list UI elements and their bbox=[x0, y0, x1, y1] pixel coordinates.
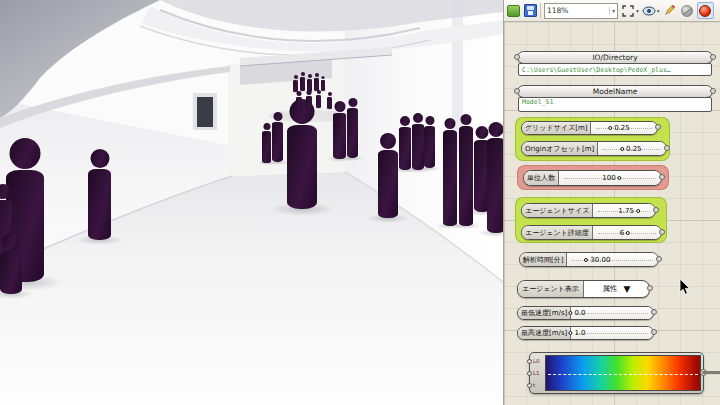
input-port[interactable] bbox=[514, 88, 520, 94]
agent-body bbox=[0, 252, 22, 294]
slider-min-speed[interactable]: 最低速度[m/s] 0.0 bbox=[517, 306, 654, 320]
agent-body bbox=[424, 126, 435, 168]
save-file-icon[interactable] bbox=[523, 4, 537, 18]
agent-head bbox=[334, 101, 345, 112]
chevron-down-icon[interactable]: ▾ bbox=[636, 8, 639, 14]
slider-track[interactable]: 0.25 bbox=[591, 122, 657, 134]
gradient-inputs: L0 L1 t bbox=[530, 353, 543, 393]
grasshopper-canvas[interactable]: 118% ▾ ▾ ▾ IO/Directory bbox=[503, 0, 720, 405]
slider-knob[interactable] bbox=[568, 311, 572, 315]
agent-head bbox=[297, 91, 302, 96]
agent-figure bbox=[316, 90, 321, 108]
gradient-bar[interactable] bbox=[545, 355, 701, 391]
preview-eye-icon[interactable] bbox=[642, 4, 656, 18]
slider-value: 100 bbox=[602, 174, 615, 182]
slider-unit-people[interactable]: 単位人数 100 bbox=[523, 170, 662, 186]
agent-head bbox=[322, 76, 325, 79]
agent-figure bbox=[347, 98, 358, 158]
slider-track[interactable]: 0.0 bbox=[571, 307, 653, 319]
output-port[interactable] bbox=[664, 145, 670, 151]
agent-display-dropdown[interactable]: エージェント表示 属性 ▼ bbox=[517, 280, 650, 298]
slider-knob[interactable] bbox=[618, 176, 622, 180]
output-port[interactable] bbox=[653, 207, 659, 213]
slider-track[interactable]: 30.00 bbox=[567, 253, 658, 266]
rhino-viewport[interactable] bbox=[0, 0, 503, 405]
input-port[interactable] bbox=[527, 371, 532, 376]
slider-track[interactable]: 1.0 bbox=[571, 327, 653, 339]
agent-body bbox=[333, 113, 346, 159]
slider-label: エージェント詳細度 bbox=[522, 226, 593, 239]
chevron-down-icon[interactable]: ▾ bbox=[657, 8, 660, 14]
slider-agent-size[interactable]: エージェントサイズ 1.75 bbox=[521, 203, 656, 218]
agent-figure bbox=[321, 76, 325, 91]
chevron-down-icon[interactable]: ▾ bbox=[609, 7, 615, 14]
output-port[interactable] bbox=[655, 124, 661, 130]
dropdown-selected-value[interactable]: 属性 ▼ bbox=[584, 281, 649, 297]
model-name-panel-value[interactable]: Model_S1 bbox=[518, 97, 712, 112]
slider-knob[interactable] bbox=[584, 258, 588, 262]
output-port[interactable] bbox=[651, 309, 657, 315]
agent-figure bbox=[399, 116, 411, 170]
output-port[interactable] bbox=[647, 285, 653, 291]
agent-figure bbox=[293, 75, 298, 92]
agent-body bbox=[347, 108, 358, 158]
agent-body bbox=[262, 131, 271, 163]
zoom-level-combo[interactable]: 118% ▾ bbox=[544, 3, 618, 19]
sketch-pencil-icon[interactable] bbox=[663, 4, 677, 18]
agent-body bbox=[412, 124, 424, 170]
slider-value: 0.0 bbox=[574, 309, 585, 317]
gradient-component[interactable]: L0 L1 t bbox=[529, 352, 704, 394]
slider-label: 解析時間[分] bbox=[520, 253, 567, 266]
slider-label: 単位人数 bbox=[524, 171, 559, 185]
slider-origin-offset[interactable]: Originオフセット[m] 0.25 bbox=[521, 141, 667, 156]
agent-figure bbox=[487, 122, 503, 233]
slider-track[interactable]: 6 bbox=[593, 226, 661, 239]
zoom-extents-icon[interactable] bbox=[621, 4, 635, 18]
agent-body bbox=[316, 95, 321, 108]
agent-figure bbox=[306, 90, 312, 111]
slider-analysis-time[interactable]: 解析時間[分] 30.00 bbox=[519, 252, 659, 267]
dropdown-arrow-icon[interactable]: ▼ bbox=[623, 284, 630, 294]
slider-knob[interactable] bbox=[636, 209, 640, 213]
slider-value: 0.25 bbox=[614, 124, 630, 132]
slider-max-speed[interactable]: 最高速度[m/s] 1.0 bbox=[517, 326, 654, 340]
open-file-icon[interactable] bbox=[506, 4, 520, 18]
agent-head bbox=[273, 112, 282, 121]
slider-label: 最低速度[m/s] bbox=[518, 307, 571, 319]
slider-knob[interactable] bbox=[620, 147, 624, 151]
gradient-input-label: t bbox=[533, 382, 535, 388]
agent-head bbox=[413, 113, 423, 123]
agent-head bbox=[380, 133, 396, 149]
preview-off-icon[interactable] bbox=[680, 4, 694, 18]
agent-head bbox=[425, 116, 434, 125]
slider-agent-detail[interactable]: エージェント詳細度 6 bbox=[521, 225, 662, 240]
output-port[interactable] bbox=[659, 174, 665, 180]
input-port[interactable] bbox=[527, 383, 532, 388]
output-port[interactable] bbox=[651, 329, 657, 335]
slider-knob[interactable] bbox=[626, 231, 630, 235]
input-port[interactable] bbox=[527, 359, 532, 364]
slider-knob[interactable] bbox=[608, 126, 612, 130]
agent-figure bbox=[412, 113, 424, 170]
io-directory-panel-value[interactable]: C:\Users\GuestUser\Desktop\PedeX_plus… bbox=[518, 63, 712, 76]
output-port[interactable] bbox=[659, 229, 665, 235]
slider-label: エージェントサイズ bbox=[522, 204, 593, 217]
agent-body bbox=[399, 127, 411, 170]
agent-head bbox=[90, 149, 109, 168]
slider-track[interactable]: 0.25 bbox=[598, 142, 666, 155]
agent-body bbox=[300, 77, 305, 91]
agent-figure bbox=[424, 116, 435, 168]
agent-body bbox=[443, 130, 457, 226]
slider-knob[interactable] bbox=[568, 331, 572, 335]
output-port[interactable] bbox=[656, 256, 662, 262]
slider-grid-size[interactable]: グリッドサイズ[m] 0.25 bbox=[521, 121, 658, 135]
input-port[interactable] bbox=[514, 54, 520, 60]
io-directory-title: IO/Directory bbox=[592, 53, 637, 62]
gradient-input-label: L0 bbox=[533, 358, 540, 364]
slider-track[interactable]: 1.75 bbox=[593, 204, 655, 217]
output-port[interactable] bbox=[710, 54, 716, 60]
slider-track[interactable]: 100 bbox=[559, 171, 661, 185]
preview-shaded-icon[interactable] bbox=[697, 2, 714, 19]
directory-path-text: C:\Users\GuestUser\Desktop\PedeX_plus… bbox=[522, 66, 671, 74]
output-port[interactable] bbox=[710, 88, 716, 94]
